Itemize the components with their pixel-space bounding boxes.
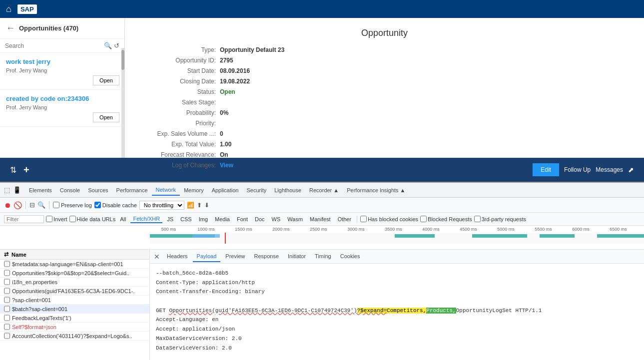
clear-icon[interactable]: 🚫	[13, 201, 22, 209]
invert-label[interactable]: Invert	[46, 216, 67, 222]
network-item-metadata[interactable]: $metadata:sap-language=EN&sap-client=001	[0, 260, 149, 269]
network-item-feedback[interactable]: FeedbackLegalTexts('1')	[0, 314, 149, 323]
tab-memory[interactable]: Memory	[180, 185, 208, 195]
preserve-log-checkbox[interactable]	[53, 202, 59, 208]
tab-lighthouse[interactable]: Lighthouse	[270, 185, 305, 195]
filter-font[interactable]: Font	[234, 216, 250, 223]
item-check-8[interactable]	[4, 324, 10, 330]
field-sales-stage: Sales Stage:	[140, 99, 629, 106]
third-party-checkbox[interactable]	[474, 216, 481, 222]
item-check-4[interactable]	[4, 288, 10, 294]
wifi-icon[interactable]: 📶	[187, 202, 194, 209]
item-check-7[interactable]	[4, 315, 10, 321]
devtools-inspect-icon[interactable]: ⬚	[4, 186, 10, 194]
open-button-2[interactable]: Open	[93, 112, 119, 122]
search-icon[interactable]: 🔍	[104, 42, 112, 49]
close-panel-button[interactable]: ✕	[154, 253, 160, 261]
filter-img[interactable]: Img	[196, 216, 210, 223]
refresh-icon[interactable]: ↺	[114, 42, 119, 49]
record-icon[interactable]: ⏺	[4, 201, 11, 209]
filter-doc[interactable]: Doc	[252, 216, 267, 223]
network-item-self[interactable]: Self?$format=json	[0, 323, 149, 332]
follow-up-button[interactable]: Follow Up	[564, 166, 591, 173]
timeline-bar-3	[395, 234, 435, 238]
hide-data-checkbox[interactable]	[69, 216, 76, 222]
throttle-select[interactable]: No throttling	[139, 201, 184, 210]
opportunity-item-1[interactable]: work test jerry Prof. Jerry Wang Open	[0, 53, 124, 90]
tab-perf-insights[interactable]: Performance insights ▲	[343, 185, 409, 195]
req-tab-response[interactable]: Response	[250, 251, 283, 262]
open-button-1[interactable]: Open	[93, 75, 119, 85]
network-filter-bar: Invert Hide data URLs All Fetch/XHR JS C…	[0, 213, 644, 226]
req-tab-headers[interactable]: Headers	[163, 251, 192, 262]
hide-data-label[interactable]: Hide data URLs	[69, 216, 116, 222]
tab-recorder[interactable]: Recorder ▲	[305, 185, 343, 195]
tab-performance[interactable]: Performance	[112, 185, 152, 195]
download-icon[interactable]: ⬇	[204, 202, 209, 209]
resize-handle[interactable]: ⇄	[4, 251, 8, 258]
add-icon[interactable]: +	[23, 164, 29, 176]
back-button[interactable]: ←	[6, 23, 15, 33]
network-item-opportunities[interactable]: Opportunities?$skip=0&$top=20&$select=Gu…	[0, 269, 149, 278]
item-subtitle: Prof. Jerry Wang	[6, 67, 118, 73]
filter-other[interactable]: Other	[335, 216, 354, 223]
req-tab-cookies[interactable]: Cookies	[336, 251, 364, 262]
third-party-label[interactable]: 3rd-party requests	[474, 216, 526, 222]
scroll-bar[interactable]	[121, 48, 124, 158]
filter-media[interactable]: Media	[212, 216, 232, 223]
filter-divider	[357, 216, 357, 223]
req-tab-timing[interactable]: Timing	[311, 251, 335, 262]
home-icon[interactable]: ⌂	[6, 4, 11, 14]
network-item-opp-guid[interactable]: Opportunities(guid'FA163EE5-6C3A-1ED6-9D…	[0, 287, 149, 296]
preserve-log-checkbox-label[interactable]: Preserve log	[53, 202, 92, 208]
panel-header: ← Opportunities (470)	[0, 18, 124, 39]
tab-console[interactable]: Console	[56, 185, 84, 195]
item-title-2: created by code on:234306	[6, 95, 118, 102]
share-icon[interactable]: ⬈	[628, 166, 634, 174]
field-priority: Priority:	[140, 120, 629, 127]
network-item-account[interactable]: AccountCollection('4031140')?$expand=Log…	[0, 332, 149, 341]
item-check-1[interactable]	[4, 261, 10, 267]
blocked-req-label[interactable]: Blocked Requests	[420, 216, 472, 222]
filter-manifest[interactable]: Manifest	[307, 216, 333, 223]
req-tab-payload[interactable]: Payload	[193, 251, 221, 262]
tab-elements[interactable]: Elements	[25, 185, 56, 195]
filter-ws[interactable]: WS	[269, 216, 283, 223]
tab-security[interactable]: Security	[242, 185, 270, 195]
tab-network[interactable]: Network	[152, 185, 180, 196]
edit-button[interactable]: Edit	[533, 163, 559, 176]
field-start-date: Start Date:08.09.2016	[140, 67, 629, 74]
filter-input[interactable]	[4, 215, 44, 223]
network-item-sap-client[interactable]: ?sap-client=001	[0, 296, 149, 305]
network-item-batch[interactable]: $batch?sap-client=001	[0, 305, 149, 314]
disable-cache-checkbox[interactable]	[94, 202, 101, 208]
has-blocked-label[interactable]: Has blocked cookies	[360, 216, 418, 222]
item-check-3[interactable]	[4, 279, 10, 285]
item-check-2[interactable]	[4, 270, 10, 276]
sort-icon[interactable]: ⇅	[10, 165, 16, 175]
req-tab-initiator[interactable]: Initiator	[284, 251, 310, 262]
disable-cache-checkbox-label[interactable]: Disable cache	[94, 202, 137, 208]
devtools-mobile-icon[interactable]: 📱	[13, 186, 21, 194]
has-blocked-checkbox[interactable]	[360, 216, 367, 222]
req-tab-preview[interactable]: Preview	[221, 251, 249, 262]
filter-all[interactable]: All	[117, 216, 128, 223]
search-input[interactable]	[5, 42, 102, 49]
upload-icon[interactable]: ⬆	[197, 202, 202, 209]
filter-css[interactable]: CSS	[178, 216, 194, 223]
filter-fetch[interactable]: Fetch/XHR	[130, 215, 162, 223]
filter-wasm[interactable]: Wasm	[285, 216, 305, 223]
network-item-i18n[interactable]: i18n_en.properties	[0, 278, 149, 287]
tab-sources[interactable]: Sources	[84, 185, 112, 195]
blocked-req-checkbox[interactable]	[420, 216, 427, 222]
messages-button[interactable]: Messages	[596, 166, 623, 173]
item-check-5[interactable]	[4, 297, 10, 303]
opportunity-item-2[interactable]: created by code on:234306 Prof. Jerry Wa…	[0, 90, 124, 127]
item-check-6[interactable]	[4, 306, 10, 312]
search-icon-toolbar[interactable]: 🔍	[37, 201, 45, 209]
filter-js[interactable]: JS	[164, 216, 176, 223]
item-check-9[interactable]	[4, 333, 10, 339]
invert-checkbox[interactable]	[46, 216, 52, 222]
tab-application[interactable]: Application	[208, 185, 243, 195]
filter-icon[interactable]: ⊟	[29, 201, 35, 209]
